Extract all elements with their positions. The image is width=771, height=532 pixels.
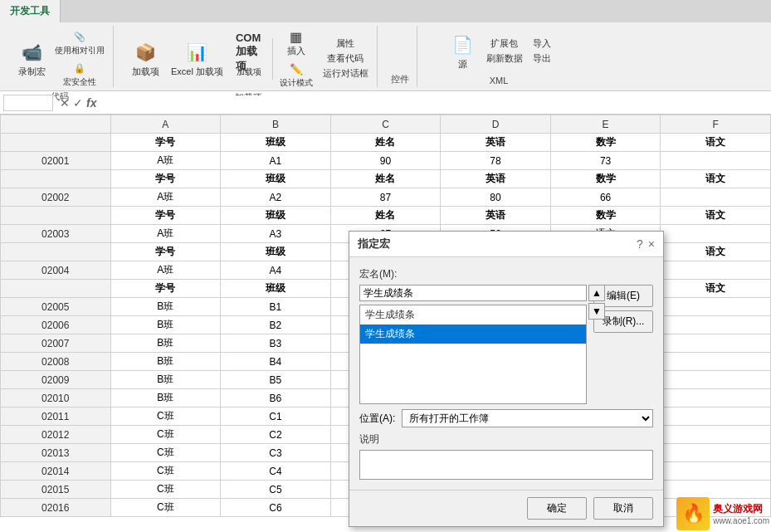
btn-refresh[interactable]: 刷新数据 <box>485 51 525 66</box>
table-cell[interactable]: 78 <box>441 152 551 170</box>
table-cell[interactable]: B3 <box>221 334 331 353</box>
table-cell[interactable]: 数学 <box>550 207 661 225</box>
btn-view-code[interactable]: 查看代码 <box>321 51 370 66</box>
formula-input[interactable] <box>103 95 768 110</box>
macro-list-item-selected[interactable]: 学生成绩条 <box>360 325 586 344</box>
table-cell[interactable] <box>661 316 771 334</box>
table-cell[interactable]: 班级 <box>221 170 331 188</box>
cancel-formula-icon[interactable]: ✕ <box>60 96 70 110</box>
macro-list-item[interactable]: 学生成绩条 <box>360 305 586 325</box>
btn-source[interactable]: 📄 源 <box>445 29 481 73</box>
table-cell[interactable]: 数学 <box>550 170 661 188</box>
table-cell[interactable]: C班 <box>110 499 221 517</box>
table-cell[interactable]: B班 <box>110 353 221 371</box>
table-cell[interactable]: C5 <box>221 481 331 499</box>
table-cell[interactable]: A4 <box>221 261 331 280</box>
table-cell[interactable]: 学号 <box>110 134 221 152</box>
btn-expand[interactable]: 扩展包 <box>485 37 525 51</box>
table-cell[interactable] <box>661 353 771 371</box>
btn-properties[interactable]: 属性 <box>321 37 370 51</box>
dialog-help-icon[interactable]: ? <box>637 237 643 251</box>
table-cell[interactable]: 87 <box>330 188 441 207</box>
table-cell[interactable] <box>661 261 771 280</box>
table-cell[interactable]: A班 <box>110 152 221 170</box>
table-cell[interactable]: 数学 <box>550 134 661 152</box>
table-cell[interactable]: A班 <box>110 261 221 280</box>
table-cell[interactable]: 姓名 <box>330 170 441 188</box>
insert-function-icon[interactable]: fx <box>86 96 96 110</box>
table-cell[interactable]: 66 <box>550 188 661 207</box>
btn-excel-addins[interactable]: 📊 Excel 加载项 <box>167 37 227 81</box>
btn-insert[interactable]: ▦ 插入 <box>278 27 315 58</box>
table-cell[interactable]: A3 <box>221 225 331 243</box>
table-cell[interactable]: A2 <box>221 188 331 207</box>
table-cell[interactable]: 语文 <box>661 280 771 298</box>
table-cell[interactable]: 班级 <box>221 134 331 152</box>
table-cell[interactable]: C班 <box>110 444 221 462</box>
table-cell[interactable]: C4 <box>221 462 331 481</box>
table-cell[interactable] <box>661 225 771 243</box>
table-cell[interactable]: B6 <box>221 389 331 408</box>
table-cell[interactable]: B1 <box>221 298 331 316</box>
table-cell[interactable]: 英语 <box>441 170 551 188</box>
table-cell[interactable]: 语文 <box>661 134 771 152</box>
table-cell[interactable] <box>661 462 771 481</box>
table-cell[interactable]: C班 <box>110 462 221 481</box>
table-cell[interactable]: B班 <box>110 334 221 353</box>
table-cell[interactable]: 班级 <box>221 280 331 298</box>
btn-relative-ref[interactable]: 📎 使用相对引用 <box>53 27 106 57</box>
cancel-button[interactable]: 取消 <box>593 497 653 520</box>
table-cell[interactable]: C班 <box>110 408 221 426</box>
position-select[interactable]: 所有打开的工作簿 <box>402 409 653 427</box>
table-cell[interactable]: 语文 <box>661 170 771 188</box>
table-cell[interactable]: C班 <box>110 481 221 499</box>
macro-scroll-up-btn[interactable]: ▲ <box>588 285 605 301</box>
table-cell[interactable]: B5 <box>221 371 331 389</box>
table-cell[interactable] <box>661 371 771 389</box>
table-cell[interactable] <box>661 389 771 408</box>
tab-developer[interactable]: 开发工具 <box>0 0 61 22</box>
btn-import[interactable]: 导入 <box>531 37 553 51</box>
btn-run-dialog[interactable]: 运行对话框 <box>321 66 370 81</box>
table-cell[interactable]: A班 <box>110 188 221 207</box>
table-cell[interactable]: A1 <box>221 152 331 170</box>
dialog-close-icon[interactable]: × <box>648 237 655 251</box>
table-cell[interactable]: B班 <box>110 298 221 316</box>
macro-list[interactable]: 学生成绩条 学生成绩条 <box>359 305 587 404</box>
table-cell[interactable]: 学号 <box>110 207 221 225</box>
table-cell[interactable]: 姓名 <box>330 207 441 225</box>
table-cell[interactable]: 英语 <box>441 134 551 152</box>
table-cell[interactable]: 班级 <box>221 207 331 225</box>
table-cell[interactable] <box>661 188 771 207</box>
table-cell[interactable] <box>661 408 771 426</box>
table-cell[interactable]: B4 <box>221 353 331 371</box>
table-cell[interactable] <box>661 334 771 353</box>
table-cell[interactable]: C班 <box>110 426 221 444</box>
table-cell[interactable]: 学号 <box>110 170 221 188</box>
table-cell[interactable]: 班级 <box>221 243 331 261</box>
table-cell[interactable]: 英语 <box>441 207 551 225</box>
macro-scroll-down-btn[interactable]: ▼ <box>588 303 605 320</box>
btn-design-mode[interactable]: ✏️ 设计模式 <box>278 60 315 90</box>
table-cell[interactable]: 90 <box>330 152 441 170</box>
table-cell[interactable]: 姓名 <box>330 134 441 152</box>
confirm-formula-icon[interactable]: ✓ <box>73 96 83 110</box>
table-cell[interactable] <box>661 444 771 462</box>
table-cell[interactable]: B班 <box>110 389 221 408</box>
table-cell[interactable]: B班 <box>110 316 221 334</box>
table-cell[interactable]: A班 <box>110 225 221 243</box>
table-cell[interactable]: B班 <box>110 371 221 389</box>
table-cell[interactable]: 学号 <box>110 280 221 298</box>
table-cell[interactable] <box>661 298 771 316</box>
name-box[interactable] <box>3 95 53 111</box>
btn-export[interactable]: 导出 <box>531 51 553 66</box>
table-cell[interactable]: 学号 <box>110 243 221 261</box>
table-cell[interactable]: C6 <box>221 499 331 517</box>
btn-record-macro[interactable]: 📹 录制宏 <box>13 37 50 81</box>
table-cell[interactable] <box>661 152 771 170</box>
table-cell[interactable] <box>661 481 771 499</box>
btn-com-addins[interactable]: COM 加载项 加载项 <box>231 37 267 81</box>
table-cell[interactable]: C3 <box>221 444 331 462</box>
table-cell[interactable]: B2 <box>221 316 331 334</box>
table-cell[interactable]: 80 <box>441 188 551 207</box>
